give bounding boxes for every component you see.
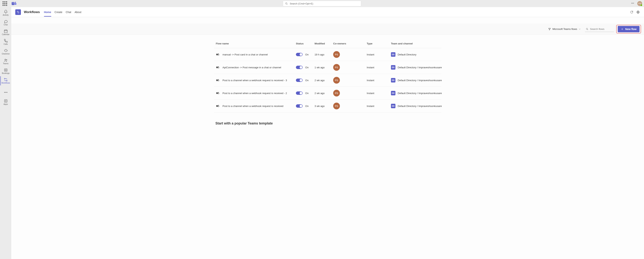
chevron-down-icon [578, 28, 581, 30]
tab-create[interactable]: Create [54, 8, 62, 17]
templates-heading: Start with a popular Teams template [214, 113, 441, 125]
search-placeholder: Search (Cmd+Opt+E) [290, 2, 313, 5]
svg-point-14 [632, 3, 632, 3]
type-cell: Instant [367, 53, 391, 56]
modified-cell: 3 wk ago [314, 105, 333, 108]
status-toggle[interactable] [296, 104, 302, 108]
svg-rect-43 [218, 93, 219, 94]
col-type: Type [367, 42, 391, 45]
team-badge: DD [391, 65, 396, 70]
flow-name-cell: manual -> Post card in a chat or channel [216, 53, 296, 56]
rail-label: Activity [3, 14, 9, 16]
refresh-icon[interactable] [630, 10, 634, 14]
owners-cell: PS [333, 90, 367, 97]
search-icon [285, 2, 288, 5]
table-row[interactable]: ApiConnection -> Post message in a chat … [214, 61, 441, 74]
rail-more[interactable] [0, 88, 11, 97]
svg-point-42 [218, 92, 219, 93]
tab-home[interactable]: Home [44, 8, 51, 17]
table-row[interactable]: Post to a channel when a webhook request… [214, 74, 441, 87]
tab-about[interactable]: About [74, 8, 82, 17]
global-search[interactable]: Search (Cmd+Opt+E) [283, 1, 361, 6]
svg-point-45 [218, 105, 219, 106]
tab-chat[interactable]: Chat [66, 8, 71, 17]
status-toggle[interactable] [296, 79, 302, 82]
search-flows-input[interactable] [590, 28, 612, 31]
modified-cell: 19 h ago [314, 53, 333, 56]
filter-dropdown[interactable]: Microsoft Teams flows [546, 27, 583, 32]
status-text: On [305, 92, 308, 95]
team-cell: DDDefault Directory / Impraveshsonkusare [391, 91, 447, 95]
rail-bookings[interactable]: Bookings [0, 66, 11, 76]
flows-toolbar: Microsoft Teams flows New flow [11, 24, 644, 35]
team-name: Default Directory / Impraveshsonkusare [398, 79, 442, 82]
svg-point-8 [6, 5, 7, 6]
svg-rect-41 [216, 92, 218, 94]
rail-label: Workflows [2, 82, 10, 84]
status-cell: On [296, 66, 314, 69]
col-coowners: Co-owners [333, 42, 367, 45]
rail-teams[interactable]: Teams [0, 57, 11, 66]
status-toggle[interactable] [296, 53, 302, 56]
flow-name: Post to a channel when a webhook request… [222, 92, 287, 95]
status-toggle[interactable] [296, 66, 302, 69]
user-avatar[interactable]: PS [637, 1, 642, 6]
team-badge: DD [391, 52, 396, 57]
svg-rect-38 [216, 80, 218, 81]
status-cell: On [296, 53, 314, 56]
svg-point-11 [15, 2, 16, 3]
table-header: Flow name Status Modified Co-owners Type… [214, 39, 441, 48]
more-options-icon[interactable] [631, 2, 634, 6]
plus-icon [621, 28, 624, 31]
app-launcher-icon[interactable] [2, 1, 8, 7]
rail-onedrive[interactable]: OneDrive [0, 47, 11, 56]
type-cell: Instant [367, 92, 391, 95]
svg-rect-44 [216, 105, 218, 107]
svg-point-39 [218, 79, 219, 80]
rail-calendar[interactable]: Calendar [0, 28, 11, 37]
table-row[interactable]: Post to a channel when a webhook request… [214, 100, 441, 113]
team-badge: DD [391, 91, 396, 95]
flows-table: Flow name Status Modified Co-owners Type… [214, 35, 441, 125]
flow-name-cell: ApiConnection -> Post message in a chat … [216, 66, 296, 69]
table-row[interactable]: manual -> Post card in a chat or channel… [214, 48, 441, 61]
svg-rect-17 [4, 30, 7, 33]
svg-text:T: T [12, 2, 14, 5]
owners-cell: PS [333, 103, 367, 109]
workflows-app-icon [15, 9, 21, 15]
col-modified: Modified [314, 42, 333, 45]
svg-point-31 [586, 28, 588, 30]
svg-rect-12 [15, 3, 16, 5]
rail-workflows[interactable]: Workflows [0, 76, 11, 86]
teams-app-icon[interactable]: T [11, 1, 17, 7]
globe-icon[interactable] [636, 10, 640, 14]
svg-point-5 [6, 3, 7, 4]
svg-point-15 [632, 3, 633, 3]
team-cell: DDDefault Directory / Impraveshsonkusare [391, 65, 447, 70]
modified-cell: 1 wk ago [314, 66, 333, 69]
rail-chat[interactable]: Chat [0, 18, 11, 27]
svg-rect-35 [216, 67, 218, 68]
rail-calls[interactable]: Calls [0, 37, 11, 47]
team-name: Default Directory [398, 53, 416, 56]
type-cell: Instant [367, 66, 391, 69]
svg-point-26 [7, 92, 7, 93]
rail-apps[interactable]: Apps [0, 97, 11, 107]
flow-name-cell: Post to a channel when a webhook request… [216, 78, 296, 82]
type-cell: Instant [367, 105, 391, 108]
rail-label: Calls [4, 43, 8, 45]
svg-point-33 [218, 54, 219, 54]
svg-point-6 [3, 5, 4, 6]
new-flow-button[interactable]: New flow [618, 26, 640, 32]
table-row[interactable]: Post to a channel when a webhook request… [214, 87, 441, 100]
search-flows[interactable] [585, 26, 614, 32]
owner-avatar: PS [333, 77, 340, 84]
team-name: Default Directory / Impraveshsonkusare [398, 105, 442, 108]
status-toggle[interactable] [296, 91, 302, 95]
svg-point-19 [6, 59, 7, 60]
col-team: Team and channel [391, 42, 447, 45]
rail-activity[interactable]: Activity [0, 8, 11, 18]
rail-label: Teams [3, 63, 8, 65]
owner-avatar: PS [333, 103, 340, 109]
teams-connector-icon [216, 104, 220, 108]
